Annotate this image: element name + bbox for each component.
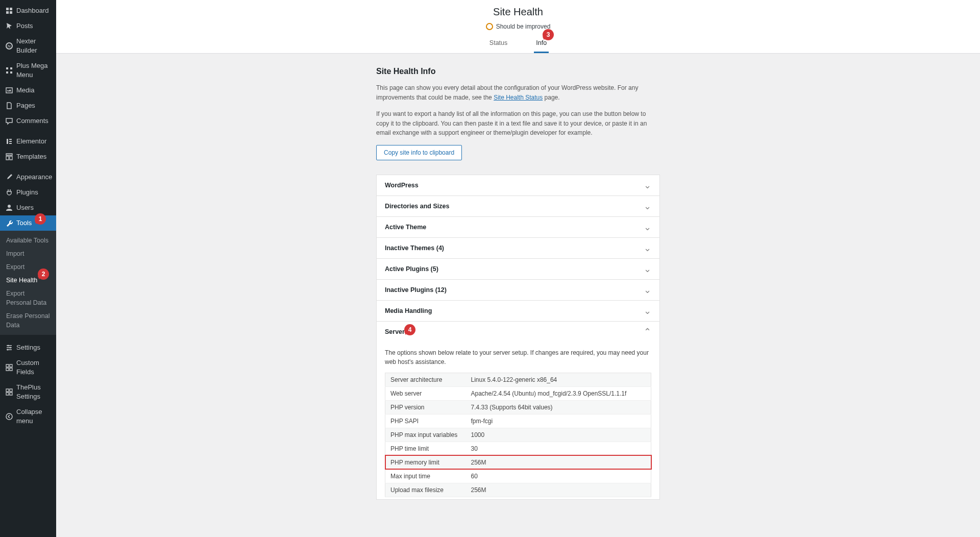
accordion-label: Media Handling — [385, 307, 432, 314]
sidebar-item-posts[interactable]: Posts — [0, 18, 56, 34]
server-info-table: Server architectureLinux 5.4.0-122-gener… — [385, 373, 651, 497]
brush-icon — [5, 173, 13, 181]
svg-point-2 — [8, 205, 11, 208]
table-row: PHP memory limit256M — [385, 455, 651, 469]
table-row: PHP version7.4.33 (Supports 64bit values… — [385, 400, 651, 414]
server-note: The options shown below relate to your s… — [385, 348, 651, 367]
sidebar-subitem-import[interactable]: Import — [0, 247, 56, 260]
sidebar-subitem-available-tools[interactable]: Available Tools — [0, 234, 56, 247]
templates-icon — [5, 153, 13, 161]
copy-site-info-button[interactable]: Copy site info to clipboard — [376, 145, 462, 160]
accordion-label: Inactive Plugins (12) — [385, 286, 447, 294]
annotation-badge-3: 3 — [543, 29, 554, 40]
sidebar-item-plugins[interactable]: Plugins — [0, 185, 56, 200]
sidebar-item-nexter[interactable]: NNexter Builder — [0, 34, 56, 58]
sidebar-item-comments[interactable]: Comments — [0, 113, 56, 129]
table-row: PHP time limit30 — [385, 442, 651, 455]
sidebar-item-label: Users — [16, 203, 51, 212]
sidebar-item-tools[interactable]: Tools1 — [0, 215, 56, 231]
svg-point-4 — [10, 347, 11, 349]
accordion-item: Active Plugins (5)⌄ — [377, 258, 659, 279]
chevron-down-icon: ⌄ — [644, 263, 651, 275]
info-content: Site Health Info This page can show you … — [376, 67, 660, 500]
chevron-down-icon: ⌄ — [644, 180, 651, 191]
accordion-header-inactive[interactable]: Inactive Themes (4)⌄ — [377, 238, 659, 258]
sidebar-item-theplus[interactable]: ThePlus Settings — [0, 380, 56, 404]
table-row: PHP max input variables1000 — [385, 428, 651, 442]
info-accordion: WordPress⌄Directories and Sizes⌄Active T… — [376, 175, 660, 500]
row-key: PHP SAPI — [385, 414, 466, 428]
sidebar-subitem-export-personal-data[interactable]: Export Personal Data — [0, 287, 56, 309]
row-value: 60 — [466, 469, 651, 483]
sidebar-item-pages[interactable]: Pages — [0, 98, 56, 113]
chevron-down-icon: ⌄ — [644, 284, 651, 296]
sidebar-item-elementor[interactable]: Elementor — [0, 134, 56, 149]
sidebar-item-label: Posts — [16, 21, 51, 31]
accordion-header-active[interactable]: Active Theme⌄ — [377, 217, 659, 237]
svg-point-3 — [8, 345, 9, 347]
dashboard-icon — [5, 7, 13, 15]
info-paragraph-2: If you want to export a handy list of al… — [376, 109, 660, 138]
row-key: PHP time limit — [385, 442, 466, 455]
info-paragraph-1: This page can show you every detail abou… — [376, 83, 660, 102]
pin-icon — [5, 22, 13, 30]
sidebar-item-customfields[interactable]: Custom Fields — [0, 355, 56, 380]
sidebar-subitem-erase-personal-data[interactable]: Erase Personal Data — [0, 309, 56, 332]
sidebar-item-label: Pages — [16, 101, 51, 110]
sidebar-subitem-site-health[interactable]: Site Health2 — [0, 274, 56, 287]
page-title: Site Health — [56, 4, 980, 22]
sidebar-item-label: Collapse menu — [16, 407, 51, 426]
main-content: Site Health Should be improved Status In… — [56, 0, 980, 537]
sidebar-item-templates[interactable]: Templates — [0, 149, 56, 164]
row-key: Server architecture — [385, 373, 466, 386]
accordion-header-media[interactable]: Media Handling⌄ — [377, 301, 659, 321]
row-key: Web server — [385, 386, 466, 400]
row-key: Upload max filesize — [385, 483, 466, 497]
sliders-icon — [5, 344, 13, 352]
row-value: 30 — [466, 442, 651, 455]
row-key: PHP version — [385, 400, 466, 414]
sidebar-item-label: Plus Mega Menu — [16, 61, 51, 80]
accordion-header-server[interactable]: Server⌃4 — [377, 322, 659, 342]
users-icon — [5, 204, 13, 212]
chevron-down-icon: ⌄ — [644, 242, 651, 254]
row-value: 256M — [466, 455, 651, 469]
accordion-item: Server⌃4The options shown below relate t… — [377, 321, 659, 499]
accordion-label: Inactive Themes (4) — [385, 245, 444, 252]
tab-status[interactable]: Status — [487, 37, 509, 53]
table-row: PHP SAPIfpm-fcgi — [385, 414, 651, 428]
grid2-icon — [5, 363, 13, 372]
accordion-header-directories[interactable]: Directories and Sizes⌄ — [377, 196, 659, 216]
table-row: Max input time60 — [385, 469, 651, 483]
sidebar-item-settings[interactable]: Settings — [0, 340, 56, 355]
sidebar-item-label: Templates — [16, 152, 51, 161]
sidebar-item-label: Media — [16, 86, 51, 95]
sidebar-item-collapse[interactable]: Collapse menu — [0, 404, 56, 429]
sidebar-item-appearance[interactable]: Appearance — [0, 169, 56, 185]
row-value: 256M — [466, 483, 651, 497]
row-key: PHP memory limit — [385, 455, 466, 469]
sidebar-item-megamenu[interactable]: Plus Mega Menu — [0, 58, 56, 83]
health-tabs: Status Info 3 — [56, 37, 980, 53]
svg-point-6 — [6, 413, 12, 420]
sidebar-item-label: Custom Fields — [16, 358, 51, 377]
sidebar-item-media[interactable]: Media — [0, 83, 56, 98]
sidebar-item-users[interactable]: Users — [0, 200, 56, 215]
accordion-label: Active Theme — [385, 224, 426, 231]
grid-icon — [5, 66, 13, 75]
wrench-icon — [5, 219, 13, 227]
accordion-header-wordpress[interactable]: WordPress⌄ — [377, 175, 659, 196]
accordion-header-active[interactable]: Active Plugins (5)⌄ — [377, 259, 659, 279]
site-health-status-link[interactable]: Site Health Status — [494, 94, 543, 101]
sidebar-item-label: Appearance — [16, 173, 52, 182]
info-heading: Site Health Info — [376, 67, 660, 76]
sidebar-item-label: ThePlus Settings — [16, 383, 51, 401]
accordion-header-inactive[interactable]: Inactive Plugins (12)⌄ — [377, 280, 659, 300]
accordion-item: Inactive Plugins (12)⌄ — [377, 279, 659, 300]
sidebar-item-label: Comments — [16, 116, 51, 126]
svg-text:N: N — [8, 44, 11, 48]
sidebar-item-dashboard[interactable]: Dashboard — [0, 3, 56, 18]
comment-icon — [5, 117, 13, 125]
admin-sidebar: DashboardPostsNNexter BuilderPlus Mega M… — [0, 0, 56, 537]
elementor-icon — [5, 137, 13, 145]
